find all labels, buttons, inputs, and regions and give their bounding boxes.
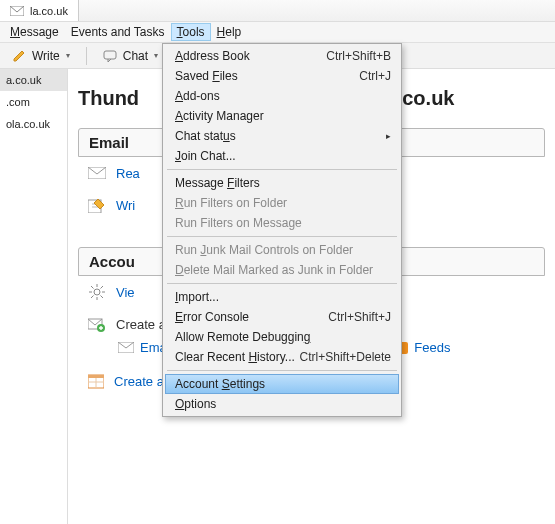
compose-icon [88, 197, 106, 213]
menu-separator [167, 236, 397, 237]
write-button[interactable]: Write [4, 47, 78, 65]
toolbar-separator [86, 47, 87, 65]
sidebar-item[interactable]: a.co.uk [0, 69, 67, 91]
menu-import[interactable]: Import... [165, 287, 399, 307]
svg-rect-21 [88, 375, 104, 378]
menu-saved-files[interactable]: Saved Files Ctrl+J [165, 66, 399, 86]
mail-icon [10, 6, 24, 16]
svg-line-9 [91, 286, 94, 289]
tab-bar: la.co.uk [0, 0, 555, 22]
sidebar-item[interactable]: ola.co.uk [0, 113, 67, 135]
menu-events-tasks[interactable]: Events and Tasks [65, 23, 171, 41]
menu-run-filters-folder: Run Filters on Folder [165, 193, 399, 213]
svg-point-4 [94, 289, 100, 295]
menu-error-console[interactable]: Error Console Ctrl+Shift+J [165, 307, 399, 327]
pencil-icon [12, 49, 26, 63]
menu-join-chat[interactable]: Join Chat... [165, 146, 399, 166]
tab-label: la.co.uk [30, 5, 68, 17]
chat-button[interactable]: Chat [95, 47, 166, 65]
envelope-icon [118, 342, 134, 353]
active-tab[interactable]: la.co.uk [0, 0, 79, 21]
menu-options[interactable]: Options [165, 394, 399, 414]
menu-help[interactable]: Help [211, 23, 248, 41]
add-account-icon [88, 316, 106, 332]
menu-separator [167, 370, 397, 371]
menu-run-filters-message: Run Filters on Message [165, 213, 399, 233]
tools-dropdown: Address Book Ctrl+Shift+B Saved Files Ct… [162, 43, 402, 417]
svg-line-11 [101, 286, 104, 289]
envelope-icon [88, 165, 106, 181]
calendar-icon [88, 373, 104, 389]
menu-account-settings[interactable]: Account Settings [165, 374, 399, 394]
menu-addons[interactable]: Add-ons [165, 86, 399, 106]
menu-remote-debugging[interactable]: Allow Remote Debugging [165, 327, 399, 347]
sidebar-item[interactable]: .com [0, 91, 67, 113]
menubar: Message Events and Tasks Tools Help [0, 22, 555, 43]
menu-message[interactable]: Message [4, 23, 65, 41]
chevron-right-icon: ▸ [386, 131, 391, 141]
menu-separator [167, 169, 397, 170]
menu-activity-manager[interactable]: Activity Manager [165, 106, 399, 126]
menu-clear-history[interactable]: Clear Recent History... Ctrl+Shift+Delet… [165, 347, 399, 367]
folder-sidebar: a.co.uk .com ola.co.uk [0, 69, 68, 524]
menu-separator [167, 283, 397, 284]
svg-line-10 [101, 296, 104, 299]
menu-message-filters[interactable]: Message Filters [165, 173, 399, 193]
chat-icon [103, 50, 117, 62]
svg-line-12 [91, 296, 94, 299]
chat-label: Chat [123, 49, 148, 63]
menu-delete-junk: Delete Mail Marked as Junk in Folder [165, 260, 399, 280]
menu-tools[interactable]: Tools [171, 23, 211, 41]
write-label: Write [32, 49, 60, 63]
menu-run-junk-controls: Run Junk Mail Controls on Folder [165, 240, 399, 260]
menu-chat-status[interactable]: Chat status ▸ [165, 126, 399, 146]
link-feeds[interactable]: Feeds [396, 340, 450, 355]
gear-icon [88, 284, 106, 300]
menu-address-book[interactable]: Address Book Ctrl+Shift+B [165, 46, 399, 66]
svg-rect-1 [104, 51, 116, 59]
